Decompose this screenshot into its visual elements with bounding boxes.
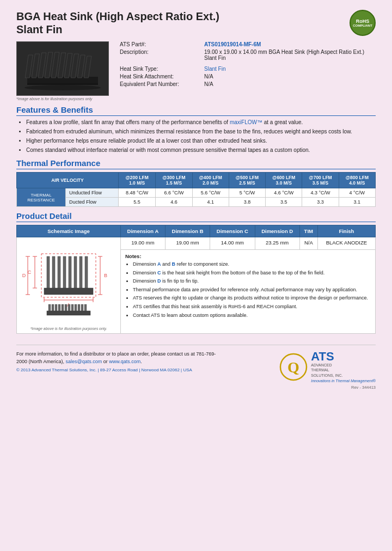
unducted-flow-label: Unducted Flow xyxy=(66,188,119,198)
col-200lfm: @200 LFM1.0 M/S xyxy=(118,173,155,188)
footer-email[interactable]: sales@qats.com xyxy=(66,359,102,364)
ats-q-logo: Q xyxy=(279,353,308,381)
svg-rect-50 xyxy=(81,304,83,311)
heat-sink-type-label: Heat Sink Type: xyxy=(120,66,204,72)
rev-text: Rev - 344413 xyxy=(16,385,376,390)
unducted-600: 4.6 °C/W xyxy=(266,188,302,198)
svg-rect-3 xyxy=(38,53,46,78)
ats-part-row: ATS Part#: ATS019019014-MF-6M xyxy=(120,41,376,47)
equivalent-part-value: N/A xyxy=(204,81,213,87)
air-velocity-header: AIR VELOCITY xyxy=(17,173,119,188)
footer-copyright: © 2013 Advanced Thermal Solutions, Inc. … xyxy=(16,368,223,372)
note-4: Thermal performance data are provided fo… xyxy=(133,286,371,293)
note-2-c: C xyxy=(157,270,161,276)
feature-item-1: Features a low profile, slant fin array … xyxy=(26,119,376,126)
note-2: Dimension C is the heat sink height from… xyxy=(133,270,371,277)
ducted-600: 3.5 xyxy=(266,198,302,207)
svg-rect-44 xyxy=(62,304,64,311)
heatsink-illustration xyxy=(19,44,106,93)
dim-d-header: Dimension D xyxy=(255,225,299,237)
description-label: Description: xyxy=(120,49,204,55)
note-5: ATS reserves the right to update or chan… xyxy=(133,295,371,302)
ats-part-label: ATS Part#: xyxy=(120,41,204,47)
dim-c-value: 14.00 mm xyxy=(210,237,255,250)
svg-rect-9 xyxy=(77,55,85,78)
col-300lfm: @300 LFM1.5 M/S xyxy=(156,173,192,188)
svg-rect-20 xyxy=(79,256,82,292)
image-note: *Image above is for illustration purpose… xyxy=(16,97,109,101)
unducted-700: 4.3 °C/W xyxy=(302,188,339,198)
svg-rect-19 xyxy=(74,256,77,292)
svg-rect-1 xyxy=(25,55,33,78)
svg-rect-47 xyxy=(71,304,74,311)
svg-rect-5 xyxy=(51,52,59,78)
svg-rect-17 xyxy=(63,256,66,292)
dim-c-header: Dimension C xyxy=(210,225,255,237)
svg-rect-46 xyxy=(68,304,70,311)
unducted-500: 5 °C/W xyxy=(229,188,265,198)
note-7: Contact ATS to learn about custom option… xyxy=(133,312,371,319)
svg-rect-45 xyxy=(65,304,67,311)
page: BGA Heat Sink (High Aspect Ratio Ext.) S… xyxy=(0,0,392,551)
note-3-d: D xyxy=(157,278,161,284)
equivalent-part-row: Equivalent Part Number: N/A xyxy=(120,81,376,87)
rohs-compliant: COMPLIANT xyxy=(353,24,372,27)
footer-left: For more information, to find a distribu… xyxy=(16,351,223,372)
footer-website[interactable]: www.qats.com xyxy=(109,359,140,364)
product-detail-heading: Product Detail xyxy=(16,211,376,222)
svg-rect-48 xyxy=(75,304,77,311)
title-line1: BGA Heat Sink (High Aspect Ratio Ext.) S… xyxy=(16,10,219,36)
ats-part-value: ATS019019014-MF-6M xyxy=(204,41,261,47)
product-image-area: *Image above is for illustration purpose… xyxy=(16,41,109,101)
svg-rect-22 xyxy=(44,288,93,295)
ducted-700: 3.3 xyxy=(302,198,339,207)
col-500lfm: @500 LFM2.5 M/S xyxy=(229,173,265,188)
maxiflow-link: maxiFLOW™ xyxy=(230,119,262,125)
note-1-b: B xyxy=(172,261,176,267)
notes-cell: Notes: Dimension A and B refer to compon… xyxy=(121,250,376,334)
ats-company-3: SOLUTIONS, INC. xyxy=(311,373,376,378)
col-800lfm: @800 LFM4.0 M/S xyxy=(339,173,375,188)
svg-rect-51 xyxy=(84,304,87,311)
feature-item-4: Comes standard without interface materia… xyxy=(26,146,376,154)
schematic-image-header: Schematic Image xyxy=(17,225,121,237)
equivalent-part-label: Equivalent Part Number: xyxy=(120,81,204,87)
ducted-300: 4.6 xyxy=(156,198,192,207)
footer-or: or xyxy=(103,359,109,364)
ats-text-logo: ATS ADVANCED THERMAL SOLUTIONS, INC. Inn… xyxy=(311,351,376,382)
note-1-a: A xyxy=(157,261,161,267)
product-info-row: *Image above is for illustration purpose… xyxy=(16,41,376,101)
product-title: BGA Heat Sink (High Aspect Ratio Ext.) S… xyxy=(16,10,219,36)
svg-point-12 xyxy=(24,85,101,90)
dim-a-header: Dimension A xyxy=(121,225,166,237)
svg-rect-6 xyxy=(58,53,65,78)
svg-text:Q: Q xyxy=(287,359,299,376)
notes-heading: Notes: xyxy=(125,253,371,259)
unducted-800: 4 °C/W xyxy=(339,188,375,198)
footer-contact-text: For more information, to find a distribu… xyxy=(16,351,223,365)
unducted-200: 8.48 °C/W xyxy=(118,188,155,198)
svg-rect-42 xyxy=(55,304,57,311)
ats-company-1: ADVANCED xyxy=(311,363,376,368)
heat-sink-type-value: Slant Fin xyxy=(204,66,225,72)
svg-rect-43 xyxy=(58,304,60,311)
svg-rect-10 xyxy=(84,56,91,78)
col-700lfm: @700 LFM3.5 M/S xyxy=(302,173,339,188)
svg-rect-16 xyxy=(58,256,60,292)
thermal-resistance-label: THERMAL RESISTANCE xyxy=(17,188,66,207)
schematic-svg: A B C D xyxy=(20,240,118,325)
svg-text:C: C xyxy=(28,270,32,275)
finish-header: Finish xyxy=(317,225,375,237)
ducted-flow-label: Ducted Flow xyxy=(66,198,119,207)
svg-text:B: B xyxy=(104,273,107,278)
dim-b-header: Dimension B xyxy=(165,225,210,237)
svg-text:D: D xyxy=(22,273,26,278)
svg-rect-18 xyxy=(69,256,71,292)
heat-sink-attachment-label: Heat Sink Attachment: xyxy=(120,74,204,79)
note-3: Dimension D is fin tip to fin tip. xyxy=(133,278,371,285)
svg-rect-21 xyxy=(85,256,88,292)
svg-rect-49 xyxy=(78,304,80,311)
schematic-cell: A B C D xyxy=(17,237,121,334)
dim-a-value: 19.00 mm xyxy=(121,237,166,250)
svg-rect-8 xyxy=(71,54,78,78)
